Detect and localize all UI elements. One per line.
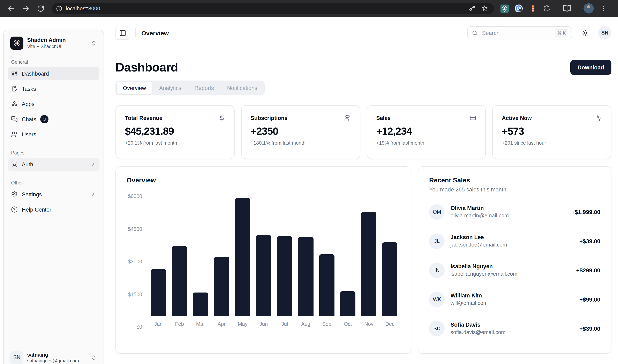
stat-card-total-revenue: Total Revenue $45,231.89 +20.1% from las… <box>116 105 235 159</box>
browser-menu-icon[interactable] <box>600 5 607 12</box>
sidebar-item-label: Dashboard <box>22 70 49 77</box>
url-text[interactable]: localhost:3000 <box>66 5 468 12</box>
sale-name: William Kim <box>450 292 488 299</box>
sale-amount: +$299.00 <box>576 267 600 274</box>
main-content: Overview ⌘ K SN Dashboard Download <box>104 26 618 354</box>
sale-email: sofia.davis@email.com <box>450 329 506 336</box>
extensions-puzzle-icon[interactable] <box>543 4 551 13</box>
browser-window: localhost:3000 ⌘ Shadcn Admin <box>0 0 618 364</box>
section-label-general: General <box>11 60 96 65</box>
sale-name: Olivia Martin <box>450 205 509 212</box>
sidebar-item-auth[interactable]: Auth <box>8 158 99 171</box>
sale-email: isabella.nguyen@email.com <box>450 271 517 278</box>
bar-chart: $6000 $4500 $3000 $1500 $0 JanFebMarAprM… <box>127 196 400 327</box>
recent-sales-title: Recent Sales <box>429 177 600 184</box>
tab-notifications[interactable]: Notifications <box>221 82 263 94</box>
chats-badge: 3 <box>40 115 49 123</box>
sidebar-item-label: Help Center <box>22 207 51 213</box>
sidebar-item-users[interactable]: Users <box>8 128 99 141</box>
chart-bar <box>340 291 355 316</box>
sidebar-item-label: Apps <box>22 101 35 107</box>
extension-lighthouse-icon[interactable] <box>529 4 537 13</box>
activity-icon <box>595 115 602 121</box>
stat-card-active-now: Active Now +573 +201 since last hour <box>492 105 612 159</box>
stat-value: +12,234 <box>376 125 476 137</box>
y-tick: $1500 <box>128 291 142 297</box>
address-bar[interactable]: localhost:3000 <box>52 3 494 14</box>
chart-bar <box>193 292 208 316</box>
sidebar-toggle-button[interactable] <box>116 26 130 40</box>
settings-gear-icon <box>11 191 18 198</box>
chart-bar-column: Oct <box>337 196 358 327</box>
chart-bar-column: May <box>232 196 253 327</box>
sidebar-item-dashboard[interactable]: Dashboard <box>8 67 99 80</box>
x-tick-label: Mar <box>193 316 208 327</box>
sale-amount: +$99.00 <box>579 296 600 303</box>
sidebar-item-label: Chats <box>22 116 36 122</box>
stat-title: Subscriptions <box>251 115 288 121</box>
stat-title: Sales <box>376 115 391 121</box>
search-field[interactable] <box>481 29 554 36</box>
stat-change: +20.1% from last month <box>125 140 225 146</box>
chart-bar-column: Sep <box>316 196 337 327</box>
sale-avatar: IN <box>429 262 445 278</box>
sidebar-item-help-center[interactable]: Help Center <box>8 203 99 216</box>
search-shortcut-kbd: ⌘ K <box>554 29 568 37</box>
chart-y-axis: $6000 $4500 $3000 $1500 $0 <box>127 196 148 327</box>
reading-list-icon[interactable] <box>563 4 571 13</box>
scan-lock-icon <box>11 161 18 168</box>
sale-amount: +$39.00 <box>579 325 600 332</box>
x-tick-label: May <box>235 316 250 327</box>
bookmark-star-icon[interactable] <box>481 5 488 12</box>
sidebar-user-menu[interactable]: SN satnaing satnaingdev@gmail.com <box>8 348 99 364</box>
chart-bar <box>151 269 166 316</box>
section-label-other: Other <box>11 180 96 185</box>
y-tick: $4500 <box>128 226 142 232</box>
x-tick-label: Oct <box>340 316 355 327</box>
sun-icon <box>582 29 589 36</box>
stat-change: +19% from last month <box>376 140 476 146</box>
tab-analytics[interactable]: Analytics <box>153 82 188 94</box>
sidebar-item-tasks[interactable]: Tasks <box>8 82 99 95</box>
chart-bar-column: Jan <box>148 196 169 327</box>
help-circle-icon <box>11 206 18 213</box>
extension-teal-icon[interactable] <box>500 4 509 13</box>
browser-profile-avatar[interactable] <box>583 3 594 14</box>
site-info-icon[interactable] <box>56 5 63 12</box>
stat-card-subscriptions: Subscriptions +2350 +180.1% from last mo… <box>241 105 360 159</box>
reload-button[interactable] <box>35 2 47 14</box>
tab-overview[interactable]: Overview <box>117 82 152 94</box>
sale-row: IN Isabella Nguyenisabella.nguyen@email.… <box>429 262 600 278</box>
stat-title: Total Revenue <box>125 115 162 121</box>
chart-bar-column: Dec <box>379 196 400 327</box>
sidebar-item-apps[interactable]: Apps <box>8 97 99 111</box>
profile-avatar-button[interactable]: SN <box>598 26 611 39</box>
extension-1password-icon[interactable] <box>514 4 523 13</box>
users-icon <box>344 115 351 121</box>
theme-toggle-button[interactable] <box>579 26 592 39</box>
sale-amount: +$1,999.00 <box>571 209 600 215</box>
forward-button[interactable] <box>20 2 32 14</box>
sale-amount: +$39.00 <box>579 238 600 245</box>
y-tick: $6000 <box>128 194 142 199</box>
back-button[interactable] <box>5 2 17 14</box>
sidebar-item-settings[interactable]: Settings <box>8 188 99 201</box>
tab-reports[interactable]: Reports <box>188 82 220 94</box>
password-key-icon[interactable] <box>468 5 475 12</box>
x-tick-label: Aug <box>298 316 313 327</box>
chart-bar <box>235 198 250 316</box>
sale-name: Isabella Nguyen <box>450 263 517 270</box>
user-avatar: SN <box>10 351 23 364</box>
team-switcher[interactable]: ⌘ Shadcn Admin Vite + ShadcnUI <box>8 34 99 52</box>
stat-change: +180.1% from last month <box>251 140 351 146</box>
download-button[interactable]: Download <box>570 60 611 75</box>
search-input[interactable]: ⌘ K <box>467 26 572 39</box>
stat-value: +2350 <box>251 125 351 137</box>
sidebar-item-label: Auth <box>22 161 33 168</box>
sidebar-item-label: Users <box>22 131 36 137</box>
sale-email: jackson.lee@email.com <box>450 242 507 249</box>
toolbar-divider <box>577 5 577 12</box>
sidebar-item-chats[interactable]: Chats 3 <box>8 113 99 126</box>
command-icon: ⌘ <box>13 39 20 47</box>
reload-icon <box>37 5 44 12</box>
